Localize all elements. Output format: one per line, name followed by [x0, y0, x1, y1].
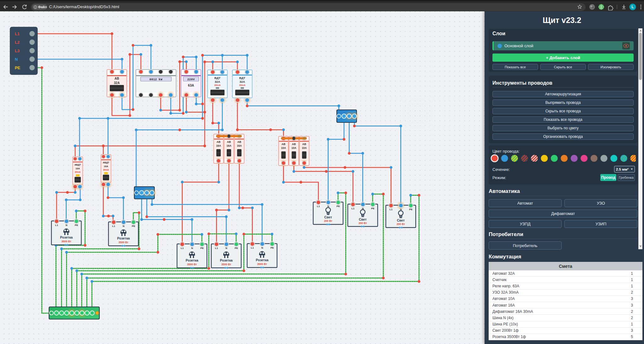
svg-text:N: N: [123, 225, 125, 228]
svg-text:N: N: [261, 246, 263, 249]
svg-text:63А: 63А: [188, 83, 194, 87]
svg-text:32А: 32А: [240, 80, 245, 83]
svg-text:L1: L1: [112, 225, 115, 228]
svg-text:200 Вт: 200 Вт: [358, 222, 367, 225]
svg-text:АВДТ: АВДТ: [103, 161, 109, 164]
svg-text:PE: PE: [371, 207, 375, 210]
svg-text:ВДТ: ВДТ: [214, 76, 221, 80]
svg-text:L1: L1: [352, 207, 355, 210]
svg-text:L1: L1: [251, 246, 254, 249]
svg-text:32А: 32А: [114, 81, 119, 85]
svg-text:3500 Вт: 3500 Вт: [187, 263, 197, 266]
svg-text:16А: 16А: [75, 167, 80, 170]
svg-text:16А: 16А: [216, 144, 221, 147]
svg-text:10А: 10А: [302, 146, 307, 149]
svg-text:АВ: АВ: [302, 143, 306, 146]
svg-text:N: N: [15, 57, 18, 62]
svg-text:L1: L1: [181, 247, 184, 250]
svg-text:АВ: АВ: [217, 140, 220, 144]
svg-text:N: N: [191, 247, 193, 250]
svg-text:АВ: АВ: [281, 143, 285, 146]
svg-text:10А: 10А: [281, 146, 286, 149]
svg-text:PE: PE: [409, 208, 413, 211]
svg-text:PE: PE: [75, 224, 78, 227]
svg-text:Розетка: Розетка: [60, 235, 73, 239]
svg-text:30mA: 30mA: [75, 171, 81, 173]
svg-text:ВДТ: ВДТ: [239, 76, 246, 80]
svg-text:200 Вт: 200 Вт: [397, 223, 405, 226]
svg-text:16А: 16А: [226, 144, 231, 147]
svg-text:PE: PE: [132, 225, 135, 228]
svg-text:3500 Вт: 3500 Вт: [221, 263, 231, 266]
svg-text:L1: L1: [390, 208, 393, 211]
svg-text:N: N: [225, 247, 227, 250]
svg-text:АВ: АВ: [227, 140, 231, 144]
svg-text:PE: PE: [15, 65, 20, 70]
svg-text:L1: L1: [317, 205, 320, 208]
svg-text:PE: PE: [270, 246, 274, 249]
svg-text:L3: L3: [15, 48, 19, 53]
svg-text:PE: PE: [235, 247, 238, 250]
svg-text:30mA: 30mA: [214, 84, 221, 87]
svg-text:АВ: АВ: [114, 77, 119, 80]
svg-text:32А: 32А: [215, 80, 220, 83]
svg-text:L1: L1: [15, 31, 19, 36]
svg-text:PE: PE: [336, 205, 340, 208]
svg-text:10А: 10А: [291, 146, 297, 149]
svg-text:Свет: Свет: [397, 218, 405, 222]
svg-text:Розетка: Розетка: [220, 258, 232, 262]
svg-text:30mA: 30mA: [103, 169, 109, 171]
svg-text:220V: 220V: [187, 78, 195, 81]
svg-text:АВДТ: АВДТ: [75, 163, 81, 166]
svg-text:3500 Вт: 3500 Вт: [257, 262, 267, 266]
svg-text:16А: 16А: [237, 144, 242, 147]
svg-text:30mA: 30mA: [239, 84, 246, 87]
svg-text:Свет: Свет: [359, 217, 367, 221]
svg-text:N: N: [66, 224, 68, 227]
svg-text:3500 Вт: 3500 Вт: [119, 241, 128, 244]
svg-text:16А: 16А: [104, 165, 108, 168]
svg-text:АВ: АВ: [292, 143, 296, 146]
svg-text:Розетка: Розетка: [256, 258, 268, 262]
svg-text:Розетка: Розетка: [186, 258, 198, 262]
svg-text:Свет: Свет: [324, 215, 332, 219]
svg-text:L1: L1: [55, 224, 58, 227]
svg-text:Розетка: Розетка: [117, 236, 130, 240]
svg-text:0012 kW: 0012 kW: [149, 78, 162, 81]
svg-text:3500 Вт: 3500 Вт: [61, 240, 71, 243]
svg-text:L1: L1: [215, 247, 218, 250]
svg-text:PE: PE: [200, 247, 204, 250]
svg-text:АВ: АВ: [237, 140, 241, 144]
svg-text:200 Вт: 200 Вт: [324, 219, 332, 223]
svg-text:L2: L2: [15, 40, 19, 45]
svg-text:L: L: [631, 5, 634, 9]
